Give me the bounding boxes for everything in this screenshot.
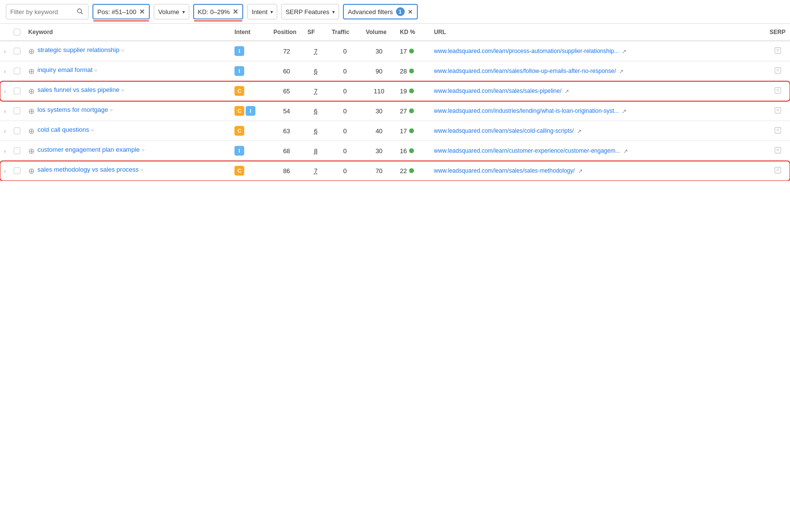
row-expand-btn[interactable]: › (0, 41, 10, 61)
serp-icon[interactable] (774, 128, 782, 136)
url-link[interactable]: www.leadsquared.com/learn/customer-exper… (434, 147, 620, 154)
external-link-icon[interactable]: ↗ (619, 68, 624, 75)
intent-cell: C (231, 81, 269, 101)
volume-filter[interactable]: Volume ▾ (154, 4, 189, 19)
keyword-link[interactable]: inquiry email format (37, 66, 92, 73)
kd-dot (409, 168, 414, 173)
serp-icon[interactable] (774, 88, 782, 96)
svg-point-0 (77, 9, 81, 13)
row-expand-btn[interactable]: › (0, 61, 10, 81)
row-checkbox[interactable] (14, 147, 20, 154)
advanced-filters-close[interactable]: ✕ (408, 8, 413, 16)
keyword-link[interactable]: sales funnel vs sales pipeline (37, 86, 119, 93)
svg-line-1 (81, 12, 83, 14)
table-row: › ⊕ strategic supplier relationship » I … (0, 41, 790, 61)
volume-cell: 110 (362, 81, 396, 101)
kd-cell: 16 (396, 141, 430, 161)
row-checkbox[interactable] (14, 127, 20, 134)
keyword-link[interactable]: customer engagement plan example (37, 146, 140, 153)
keyword-link[interactable]: strategic supplier relationship (37, 46, 119, 53)
serp-icon[interactable] (774, 68, 782, 76)
sf-value: 6 (314, 127, 317, 135)
search-box[interactable] (6, 4, 89, 19)
keyword-cell: ⊕ strategic supplier relationship » (24, 41, 231, 61)
serp-cell (766, 141, 790, 161)
traffic-cell: 0 (328, 81, 362, 101)
external-link-icon[interactable]: ↗ (577, 128, 582, 135)
row-checkbox-cell (10, 121, 24, 141)
kd-cell: 17 (396, 121, 430, 141)
external-link-icon[interactable]: ↗ (578, 168, 583, 175)
sf-cell: 7 (304, 161, 328, 181)
pos-filter[interactable]: Pos: #51–100 ✕ (92, 4, 150, 19)
position-cell: 60 (269, 61, 304, 81)
pos-filter-close[interactable]: ✕ (139, 8, 145, 16)
add-keyword-icon[interactable]: ⊕ (28, 126, 35, 136)
serp-icon[interactable] (774, 168, 782, 176)
url-link[interactable]: www.leadsquared.com/learn/sales/sales-pi… (434, 88, 561, 94)
intent-filter-label: Intent (251, 8, 268, 16)
url-link[interactable]: www.leadsquared.com/learn/sales/follow-u… (434, 68, 616, 74)
traffic-cell: 0 (328, 41, 362, 61)
row-expand-btn[interactable]: › (0, 81, 10, 101)
url-link[interactable]: www.leadsquared.com/learn/sales/sales-me… (434, 167, 575, 174)
volume-filter-label: Volume (158, 8, 179, 16)
row-expand-btn[interactable]: › (0, 141, 10, 161)
add-keyword-icon[interactable]: ⊕ (28, 87, 35, 96)
row-expand-btn[interactable]: › (0, 121, 10, 141)
sf-value: 7 (314, 167, 317, 175)
url-cell: www.leadsquared.com/learn/sales/sales-me… (430, 161, 766, 181)
external-link-icon[interactable]: ↗ (622, 108, 627, 115)
serp-icon[interactable] (774, 48, 782, 56)
keyword-link[interactable]: sales methodology vs sales process (37, 166, 139, 173)
table-row: › ⊕ los systems for mortgage » CI 54 6 0… (0, 101, 790, 121)
kd-filter[interactable]: KD: 0–29% ✕ (193, 4, 244, 19)
th-volume: Volume (362, 24, 396, 41)
select-all-checkbox[interactable] (14, 29, 20, 35)
url-link[interactable]: www.leadsquared.com/industries/lending/w… (434, 107, 619, 114)
table-row: › ⊕ cold call questions » C 63 6 0 40 17 (0, 121, 790, 141)
row-checkbox-cell (10, 141, 24, 161)
search-input[interactable] (10, 8, 73, 16)
keyword-link[interactable]: los systems for mortgage (37, 106, 108, 113)
traffic-cell: 0 (328, 121, 362, 141)
add-keyword-icon[interactable]: ⊕ (28, 146, 35, 156)
add-keyword-icon[interactable]: ⊕ (28, 47, 35, 56)
row-checkbox[interactable] (14, 107, 20, 114)
row-expand-btn[interactable]: › (0, 161, 10, 181)
external-link-icon[interactable]: ↗ (623, 148, 628, 155)
row-checkbox-cell (10, 41, 24, 61)
url-link[interactable]: www.leadsquared.com/learn/process-automa… (434, 48, 619, 54)
advanced-filters-label: Advanced filters (348, 8, 393, 16)
row-expand-btn[interactable]: › (0, 101, 10, 121)
serp-features-filter[interactable]: SERP Features ▾ (281, 4, 339, 19)
advanced-filters-button[interactable]: Advanced filters 1 ✕ (343, 4, 418, 19)
sf-cell: 7 (304, 81, 328, 101)
sf-cell: 6 (304, 101, 328, 121)
serp-cell (766, 81, 790, 101)
external-link-icon[interactable]: ↗ (564, 88, 569, 95)
row-checkbox[interactable] (14, 88, 20, 94)
serp-icon[interactable] (774, 108, 782, 116)
traffic-cell: 0 (328, 61, 362, 81)
toolbar: Pos: #51–100 ✕ Volume ▾ KD: 0–29% ✕ Inte… (0, 0, 790, 24)
add-keyword-icon[interactable]: ⊕ (28, 106, 35, 116)
keyword-link[interactable]: cold call questions (37, 126, 89, 133)
kd-cell: 28 (396, 61, 430, 81)
intent-cell: CI (231, 101, 269, 121)
volume-cell: 30 (362, 101, 396, 121)
row-checkbox[interactable] (14, 68, 20, 74)
add-keyword-icon[interactable]: ⊕ (28, 67, 35, 76)
sf-cell: 7 (304, 41, 328, 61)
intent-filter[interactable]: Intent ▾ (247, 4, 277, 19)
kd-filter-close[interactable]: ✕ (233, 8, 238, 16)
volume-cell: 30 (362, 41, 396, 61)
row-checkbox[interactable] (14, 167, 20, 174)
serp-icon[interactable] (774, 148, 782, 156)
row-checkbox[interactable] (14, 48, 20, 54)
url-link[interactable]: www.leadsquared.com/learn/sales/cold-cal… (434, 127, 574, 134)
external-link-icon[interactable]: ↗ (622, 48, 627, 55)
traffic-cell: 0 (328, 101, 362, 121)
add-keyword-icon[interactable]: ⊕ (28, 166, 35, 176)
kd-cell: 17 (396, 41, 430, 61)
